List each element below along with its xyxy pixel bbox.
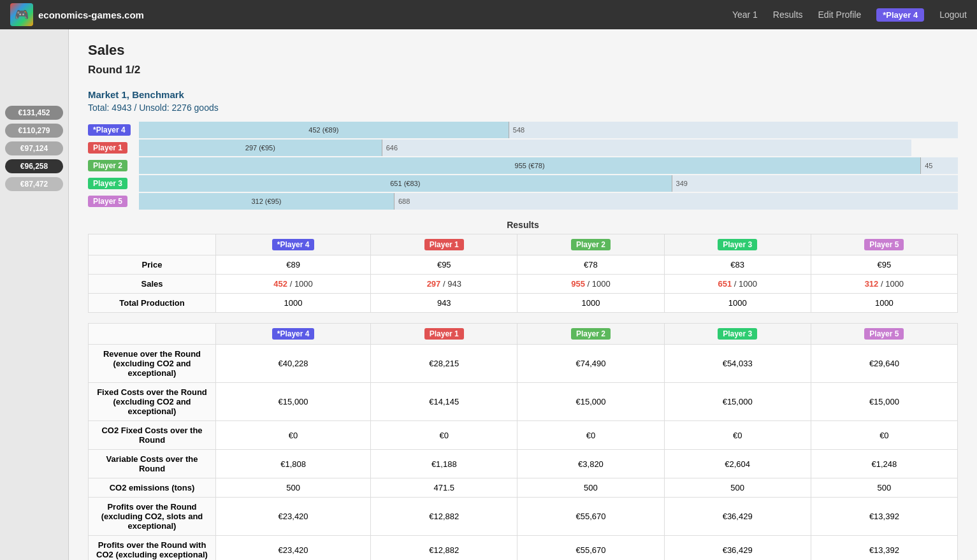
bar-player-label: Player 2 bbox=[88, 160, 139, 171]
fin-row-header: Revenue over the Round (excluding CO2 an… bbox=[89, 345, 216, 383]
bar-player-label: Player 3 bbox=[88, 178, 139, 189]
sales-sold: 312 bbox=[865, 279, 879, 289]
fin-table-cell: €0 bbox=[216, 421, 371, 450]
fin-row-header: Profits over the Round (excluding CO2, s… bbox=[89, 498, 216, 536]
table-cell: €83 bbox=[664, 255, 811, 275]
player-badge: *Player 4 bbox=[876, 8, 924, 22]
bar-player-label: Player 1 bbox=[88, 142, 139, 154]
bar-player-label: *Player 4 bbox=[88, 124, 139, 136]
fin-table-cell: €1,248 bbox=[811, 450, 957, 478]
bar-row: Player 3651 (€83)349 bbox=[88, 175, 958, 192]
bar-row: Player 2955 (€78)45 bbox=[88, 157, 958, 174]
table-cell: 955 / 1000 bbox=[517, 275, 664, 294]
table-cell: €89 bbox=[216, 255, 371, 275]
fin-table-cell: €0 bbox=[664, 421, 811, 450]
bar-sold: 651 (€83) bbox=[139, 175, 672, 192]
fin-table-cell: €15,000 bbox=[811, 383, 957, 421]
table-row: Total Production1000943100010001000 bbox=[89, 294, 958, 313]
fin-table-cell: €23,420 bbox=[216, 498, 371, 536]
edit-profile-nav[interactable]: Edit Profile bbox=[818, 10, 862, 20]
year-nav[interactable]: Year 1 bbox=[732, 10, 758, 20]
fin-table-cell: €0 bbox=[811, 421, 957, 450]
sidebar-badge-4[interactable]: €96,258 bbox=[5, 159, 63, 173]
bar-sold: 452 (€89) bbox=[139, 122, 509, 138]
fin-table-cell: 471.5 bbox=[371, 478, 517, 498]
fin-header-empty bbox=[89, 324, 216, 345]
bar-unsold-text: 646 bbox=[382, 140, 398, 156]
results-header: Results bbox=[88, 220, 958, 230]
sidebar: €131,452 €110,279 €97,124 €96,258 €87,47… bbox=[0, 29, 69, 560]
table-cell: 1000 bbox=[517, 294, 664, 313]
fin-table-cell: 500 bbox=[811, 478, 957, 498]
bar-sold: 955 (€78) bbox=[139, 157, 921, 174]
logo-icon: 🎮 bbox=[10, 3, 33, 26]
table-row: Profits over the Round with CO2 (excludi… bbox=[89, 536, 958, 561]
bar-area: 452 (€89)548 bbox=[139, 122, 958, 138]
col-header-p4: *Player 4 bbox=[216, 234, 371, 255]
fin-table-cell: €40,228 bbox=[216, 345, 371, 383]
sales-total: / 1000 bbox=[287, 279, 313, 289]
bar-area: 651 (€83)349 bbox=[139, 175, 958, 192]
page-title: Sales bbox=[88, 42, 958, 59]
table-row: Revenue over the Round (excluding CO2 an… bbox=[89, 345, 958, 383]
col-header-p5: Player 5 bbox=[811, 234, 957, 255]
table-row: CO2 emissions (tons)500471.5500500500 bbox=[89, 478, 958, 498]
fin-row-header: Profits over the Round with CO2 (excludi… bbox=[89, 536, 216, 561]
sidebar-badge-3[interactable]: €97,124 bbox=[5, 141, 63, 155]
sidebar-badge-1[interactable]: €131,452 bbox=[5, 106, 63, 120]
bar-sold: 312 (€95) bbox=[139, 193, 394, 210]
bar-label-text: Player 1 bbox=[88, 142, 127, 154]
brand-name: economics-games.com bbox=[38, 10, 144, 20]
sidebar-badge-5[interactable]: €87,472 bbox=[5, 177, 63, 191]
bar-label-text: Player 5 bbox=[88, 196, 127, 207]
fin-table-cell: €1,188 bbox=[371, 450, 517, 478]
bar-unsold bbox=[672, 175, 958, 192]
fin-header-p4: *Player 4 bbox=[216, 324, 371, 345]
fin-table-cell: €74,490 bbox=[517, 345, 664, 383]
fin-row-header: Variable Costs over the Round bbox=[89, 450, 216, 478]
fin-header-p5: Player 5 bbox=[811, 324, 957, 345]
player5-badge: Player 5 bbox=[864, 239, 904, 250]
fin-table-cell: €15,000 bbox=[216, 383, 371, 421]
fin-table-cell: €3,820 bbox=[517, 450, 664, 478]
fin-player5-badge: Player 5 bbox=[864, 328, 904, 340]
table-row: CO2 Fixed Costs over the Round€0€0€0€0€0 bbox=[89, 421, 958, 450]
round-label: Round 1/2 bbox=[88, 64, 958, 76]
bar-area: 297 (€95)646 bbox=[139, 140, 958, 156]
player4-badge: *Player 4 bbox=[272, 239, 315, 250]
sales-total: / 1000 bbox=[732, 279, 757, 289]
row-header: Total Production bbox=[89, 294, 216, 313]
sidebar-badge-2[interactable]: €110,279 bbox=[5, 124, 63, 138]
fin-table-cell: €14,145 bbox=[371, 383, 517, 421]
fin-table-cell: €54,033 bbox=[664, 345, 811, 383]
row-header: Price bbox=[89, 255, 216, 275]
bar-unsold-text: 548 bbox=[509, 122, 525, 138]
financials-table: *Player 4 Player 1 Player 2 Player 3 Pla… bbox=[88, 323, 958, 560]
bar-player-label: Player 5 bbox=[88, 196, 139, 207]
sales-total: / 1000 bbox=[585, 279, 611, 289]
fin-table-cell: €2,604 bbox=[664, 450, 811, 478]
table-cell: 1000 bbox=[216, 294, 371, 313]
main-content: Sales Round 1/2 Market 1, Benchmark Tota… bbox=[69, 29, 977, 560]
bar-label-text: Player 3 bbox=[88, 178, 127, 189]
table-row: Fixed Costs over the Round (excluding CO… bbox=[89, 383, 958, 421]
table-cell: 1000 bbox=[664, 294, 811, 313]
table-cell: 312 / 1000 bbox=[811, 275, 957, 294]
navbar: 🎮 economics-games.com Year 1 Results Edi… bbox=[0, 0, 977, 29]
fin-table-cell: €13,392 bbox=[811, 498, 957, 536]
results-nav[interactable]: Results bbox=[773, 10, 803, 20]
sales-sold: 297 bbox=[427, 279, 441, 289]
fin-row-header: CO2 emissions (tons) bbox=[89, 478, 216, 498]
sales-sold: 955 bbox=[571, 279, 585, 289]
bar-area: 955 (€78)45 bbox=[139, 157, 958, 174]
logout-nav[interactable]: Logout bbox=[939, 10, 967, 20]
fin-table-cell: €13,392 bbox=[811, 536, 957, 561]
fin-header-p3: Player 3 bbox=[664, 324, 811, 345]
sales-sold: 452 bbox=[273, 279, 287, 289]
bar-unsold-text: 45 bbox=[921, 157, 932, 174]
fin-table-cell: €55,670 bbox=[517, 498, 664, 536]
table-cell: €95 bbox=[811, 255, 957, 275]
fin-table-cell: €0 bbox=[517, 421, 664, 450]
results-table: *Player 4 Player 1 Player 2 Player 3 Pla… bbox=[88, 234, 958, 313]
fin-table-cell: €23,420 bbox=[216, 536, 371, 561]
